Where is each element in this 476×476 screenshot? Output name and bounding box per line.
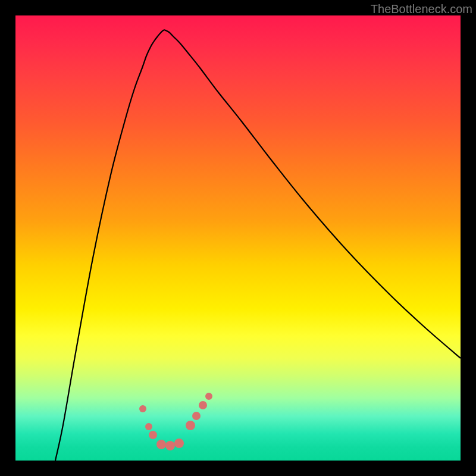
marker-valley-b <box>165 441 175 450</box>
chart-frame: TheBottleneck.com <box>0 0 476 476</box>
marker-right-lower <box>186 421 195 430</box>
marker-left-top <box>139 405 146 412</box>
right-branch-curve <box>164 30 461 358</box>
marker-left-lower <box>149 431 157 439</box>
marker-right-top <box>205 393 212 400</box>
marker-dots <box>139 393 212 450</box>
marker-valley-c <box>174 439 184 448</box>
marker-left-upper <box>145 423 152 430</box>
marker-valley-a <box>156 440 166 449</box>
watermark-text: TheBottleneck.com <box>371 2 472 16</box>
marker-right-mid <box>192 412 201 420</box>
marker-right-upper <box>199 401 207 409</box>
curve-layer <box>15 15 461 461</box>
left-branch-curve <box>55 30 164 461</box>
